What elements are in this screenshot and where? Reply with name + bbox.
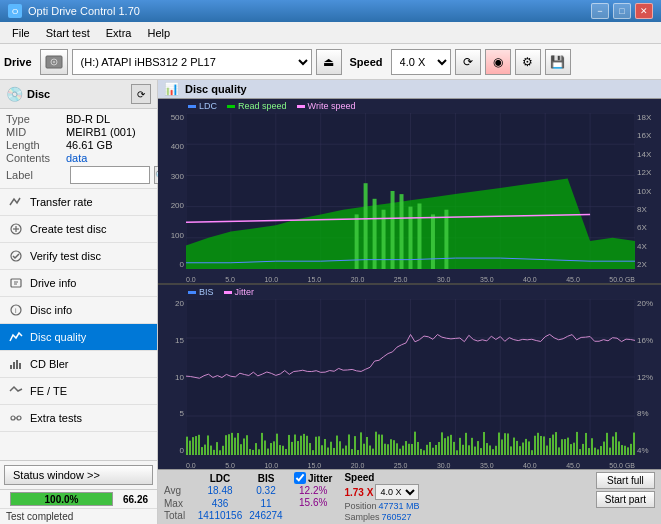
- y-200: 200: [171, 201, 184, 210]
- bottom-x-axis: 0.0 5.0 10.0 15.0 20.0 25.0 30.0 35.0 40…: [186, 462, 635, 469]
- drive-label: Drive: [4, 56, 32, 68]
- top-legend: LDC Read speed Write speed: [188, 101, 355, 111]
- max-bis: 11: [246, 497, 286, 510]
- minimize-button[interactable]: −: [591, 3, 609, 19]
- yr-2x: 2X: [637, 260, 647, 269]
- speed-select[interactable]: 4.0 X 8.0 X: [391, 49, 451, 75]
- top-x-axis: 0.0 5.0 10.0 15.0 20.0 25.0 30.0 35.0 40…: [186, 276, 635, 283]
- status-text: Test completed: [0, 508, 157, 524]
- top-y-axis-right: 18X 16X 14X 12X 10X 8X 6X 4X 2X: [635, 113, 661, 269]
- start-part-button[interactable]: Start part: [596, 491, 655, 508]
- top-chart-canvas: [186, 113, 635, 269]
- by-20: 20: [175, 299, 184, 308]
- byr-16: 16%: [637, 336, 653, 345]
- menu-bar: File Start test Extra Help: [0, 22, 661, 44]
- app-icon: O: [8, 4, 22, 18]
- jitter-section: Jitter 12.2% 15.6%: [294, 472, 332, 522]
- jitter-legend: Jitter: [224, 287, 255, 297]
- nav-verify-test-disc-label: Verify test disc: [30, 250, 101, 262]
- read-speed-legend: Read speed: [227, 101, 287, 111]
- chart-icon: 📊: [164, 82, 179, 96]
- refresh-button[interactable]: ⟳: [455, 49, 481, 75]
- info-bar: LDC BIS Avg 18.48 0.32 Max 436 11: [158, 469, 661, 524]
- type-key: Type: [6, 113, 66, 125]
- yr-8x: 8X: [637, 205, 647, 214]
- write-dot: [297, 105, 305, 108]
- x-30: 30.0: [437, 276, 451, 283]
- nav-create-test-disc[interactable]: Create test disc: [0, 216, 157, 243]
- position-value: 47731 MB: [378, 501, 419, 511]
- chart-header: 📊 Disc quality: [158, 80, 661, 99]
- drive-select[interactable]: (H:) ATAPI iHBS312 2 PL17: [72, 49, 312, 75]
- disc-quality-icon-btn[interactable]: ◉: [485, 49, 511, 75]
- nav-extra-tests-label: Extra tests: [30, 412, 82, 424]
- speed-dropdown[interactable]: 4.0 X: [375, 484, 419, 500]
- by-0: 0: [180, 446, 184, 455]
- svg-rect-7: [11, 279, 21, 287]
- nav-verify-test-disc[interactable]: Verify test disc: [0, 243, 157, 270]
- extra-tests-icon: [8, 410, 24, 426]
- verify-test-disc-icon: [8, 248, 24, 264]
- menu-start-test[interactable]: Start test: [38, 25, 98, 41]
- y-400: 400: [171, 142, 184, 151]
- disc-refresh-button[interactable]: ⟳: [131, 84, 151, 104]
- bis-legend: BIS: [188, 287, 214, 297]
- contents-value: data: [66, 152, 87, 164]
- nav-cd-bler[interactable]: CD Bler: [0, 351, 157, 378]
- position-label: Position: [344, 501, 376, 511]
- menu-file[interactable]: File: [4, 25, 38, 41]
- settings-button[interactable]: ⚙: [515, 49, 541, 75]
- start-full-button[interactable]: Start full: [596, 472, 655, 489]
- yr-16x: 16X: [637, 131, 651, 140]
- speed-section: Speed 1.73 X 4.0 X Position 47731 MB: [344, 472, 419, 522]
- menu-help[interactable]: Help: [139, 25, 178, 41]
- bottom-y-axis-right: 20% 16% 12% 8% 4%: [635, 299, 661, 455]
- fe-te-icon: [8, 383, 24, 399]
- by-5: 5: [180, 409, 184, 418]
- nav-disc-info[interactable]: i Disc info: [0, 297, 157, 324]
- maximize-button[interactable]: □: [613, 3, 631, 19]
- label-input[interactable]: [70, 166, 150, 184]
- x-0: 0.0: [186, 276, 196, 283]
- disc-header: 💿 Disc ⟳: [0, 80, 157, 109]
- cd-bler-icon: [8, 356, 24, 372]
- x-15: 15.0: [308, 276, 322, 283]
- max-ldc: 436: [194, 497, 246, 510]
- write-label: Write speed: [308, 101, 356, 111]
- svg-point-2: [53, 61, 55, 63]
- bis-dot: [188, 291, 196, 294]
- nav-transfer-rate[interactable]: Transfer rate: [0, 189, 157, 216]
- yr-4x: 4X: [637, 242, 647, 251]
- total-ldc: 14110156: [194, 510, 246, 523]
- x-25: 25.0: [394, 276, 408, 283]
- bottom-y-axis-left: 20 15 10 5 0: [158, 299, 186, 455]
- jitter-col-label: Jitter: [308, 473, 332, 484]
- menu-extra[interactable]: Extra: [98, 25, 140, 41]
- eject-button[interactable]: ⏏: [316, 49, 342, 75]
- byr-8: 8%: [637, 409, 649, 418]
- speed-col-header: Speed: [344, 472, 419, 483]
- nav-fe-te[interactable]: FE / TE: [0, 378, 157, 405]
- svg-rect-15: [19, 363, 21, 369]
- disc-quality-icon: [8, 329, 24, 345]
- drive-info-icon: [8, 275, 24, 291]
- mid-value: MEIRB1 (001): [66, 126, 136, 138]
- nav-drive-info[interactable]: Drive info: [0, 270, 157, 297]
- nav-disc-quality[interactable]: Disc quality: [0, 324, 157, 351]
- toolbar: Drive (H:) ATAPI iHBS312 2 PL17 ⏏ Speed …: [0, 44, 661, 80]
- jitter-checkbox[interactable]: [294, 472, 306, 484]
- x-40: 40.0: [523, 276, 537, 283]
- sidebar: 💿 Disc ⟳ Type BD-R DL MID MEIRB1 (001) L…: [0, 80, 158, 524]
- top-chart: LDC Read speed Write speed 500 400 300: [158, 99, 661, 284]
- y-0-top: 0: [180, 260, 184, 269]
- svg-point-16: [11, 416, 15, 420]
- save-button[interactable]: 💾: [545, 49, 571, 75]
- length-key: Length: [6, 139, 66, 151]
- close-button[interactable]: ✕: [635, 3, 653, 19]
- ldc-dot: [188, 105, 196, 108]
- svg-rect-12: [10, 365, 12, 369]
- yr-6x: 6X: [637, 223, 647, 232]
- drive-icon-btn[interactable]: [40, 49, 68, 75]
- status-window-button[interactable]: Status window >>: [4, 465, 153, 485]
- nav-extra-tests[interactable]: Extra tests: [0, 405, 157, 432]
